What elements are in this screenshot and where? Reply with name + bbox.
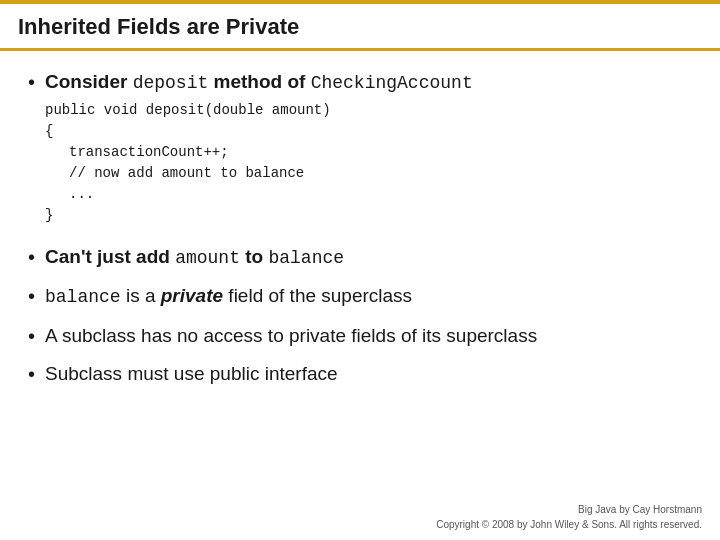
bullet-symbol-5: • xyxy=(28,363,35,386)
bullet-content-5: Subclass must use public interface xyxy=(45,361,338,388)
code-block-1: public void deposit(double amount) { tra… xyxy=(45,100,473,226)
code-line-1: public void deposit(double amount) xyxy=(45,100,473,121)
bullet2-amount-code: amount xyxy=(175,248,240,268)
bullet-item-2: • Can't just add amount to balance xyxy=(28,244,692,271)
bullet4-text: A subclass has no access to private fiel… xyxy=(45,325,537,346)
code-line-4: // now add amount to balance xyxy=(45,163,473,184)
footer: Big Java by Cay Horstmann Copyright © 20… xyxy=(0,496,720,540)
bullet2-balance-code: balance xyxy=(268,248,344,268)
slide: Inherited Fields are Private • Consider … xyxy=(0,0,720,540)
code-line-5: ... xyxy=(45,184,473,205)
code-line-3: transactionCount++; xyxy=(45,142,473,163)
bullet2-cantjustadd: Can't just add xyxy=(45,246,175,267)
bullet-symbol-4: • xyxy=(28,325,35,348)
footer-line1: Big Java by Cay Horstmann xyxy=(18,502,702,517)
bullet1-text: Consider deposit method of CheckingAccou… xyxy=(45,71,473,92)
bullet3-is-a: is a xyxy=(121,285,161,306)
bullet3-balance-code: balance xyxy=(45,287,121,307)
bullet-item-1: • Consider deposit method of CheckingAcc… xyxy=(28,69,692,232)
bullet2-to: to xyxy=(240,246,269,267)
bullet1-deposit-code: deposit xyxy=(133,73,209,93)
title-bar: Inherited Fields are Private xyxy=(0,0,720,48)
bullet5-text: Subclass must use public interface xyxy=(45,363,338,384)
bullet-content-2: Can't just add amount to balance xyxy=(45,244,344,271)
bullet-item-4: • A subclass has no access to private fi… xyxy=(28,323,692,350)
code-line-2: { xyxy=(45,121,473,142)
bullet1-checkingaccount-code: CheckingAccount xyxy=(311,73,473,93)
bullet-symbol-3: • xyxy=(28,285,35,308)
slide-title: Inherited Fields are Private xyxy=(18,14,702,40)
bullet-symbol-2: • xyxy=(28,246,35,269)
bullet-item-5: • Subclass must use public interface xyxy=(28,361,692,388)
bullet3-field-of: field of the superclass xyxy=(223,285,412,306)
code-line-6: } xyxy=(45,205,473,226)
bullet-content-4: A subclass has no access to private fiel… xyxy=(45,323,537,350)
bullet-symbol-1: • xyxy=(28,71,35,94)
bullet3-private-italic: private xyxy=(161,285,223,306)
bullet-item-3: • balance is a private field of the supe… xyxy=(28,283,692,310)
bullet-content-1: Consider deposit method of CheckingAccou… xyxy=(45,69,473,232)
bullet-content-3: balance is a private field of the superc… xyxy=(45,283,412,310)
bullet1-consider: Consider xyxy=(45,71,133,92)
content-area: • Consider deposit method of CheckingAcc… xyxy=(0,51,720,496)
bullet1-method-of: method of xyxy=(208,71,310,92)
footer-line2: Copyright © 2008 by John Wiley & Sons. A… xyxy=(18,517,702,532)
